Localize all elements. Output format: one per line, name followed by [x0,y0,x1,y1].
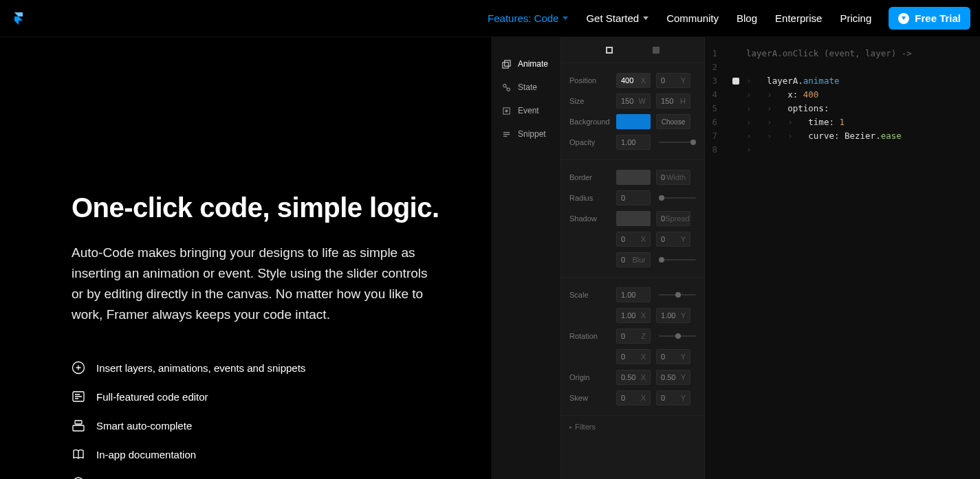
line-number: 3 [705,74,726,88]
plus-circle-icon [72,361,85,375]
animate-tab-icon[interactable] [652,46,660,54]
border-swatch[interactable] [616,170,651,185]
code-line: 3› layerA.animate [705,74,980,88]
feature-item: Error inspector [72,476,491,479]
filters-section-toggle[interactable]: Filters [561,416,704,438]
line-number: 4 [705,88,726,102]
layout-tab-icon[interactable] [605,46,613,54]
feature-label: In-app documentation [96,449,196,460]
size-w-input[interactable]: 150W [616,93,651,109]
sidebar-label: Animate [518,59,548,69]
code-editor[interactable]: 1layerA.onClick (event, layer) ->23› lay… [705,37,980,479]
nav-label: Features: Code [488,12,558,24]
framer-logo-icon [12,12,25,25]
position-y-input[interactable]: 0Y [656,73,690,88]
sidebar-item-animate[interactable]: Animate [492,52,560,76]
download-icon [898,13,909,24]
feature-item: Insert layers, animations, events and sn… [72,361,491,375]
feature-label: Smart auto-complete [96,420,192,432]
square-copy-icon [501,59,511,69]
sidebar-label: Event [518,106,539,115]
opacity-slider[interactable] [659,142,696,143]
gutter [726,88,746,102]
line-number: 6 [705,115,726,129]
sidebar-label: State [518,82,537,92]
scale-x-input[interactable]: 1.00X [616,308,651,323]
prop-label: Shadow [569,214,611,223]
hero-copy: One-click code, simple logic. Auto-Code … [0,37,491,479]
gutter [726,129,746,143]
link-icon [501,82,511,92]
opacity-input[interactable]: 1.00 [616,135,651,150]
svg-rect-2 [73,425,84,431]
shadow-spread-input[interactable]: 0Spread [656,211,690,226]
code-content: › › options: [746,102,980,115]
nav-label: Get Started [586,12,639,24]
svg-point-11 [505,110,508,112]
nav-label: Enterprise [775,12,822,24]
gutter [726,74,746,88]
prop-group-border: Border 0Width Radius 0 Shadow 0Spread 0X [561,160,704,278]
scale-input[interactable]: 1.00 [616,287,651,302]
rotation-x-input[interactable]: 0X [616,349,651,364]
rotation-slider[interactable] [659,335,696,337]
gutter-marker-icon [732,78,739,85]
origin-y-input[interactable]: 0.50Y [656,370,690,385]
shadow-blur-slider[interactable] [659,259,696,260]
prop-label: Scale [569,291,611,299]
border-width-input[interactable]: 0Width [656,170,690,185]
radius-slider[interactable] [659,197,696,199]
nav-pricing[interactable]: Pricing [831,12,880,24]
nav-community[interactable]: Community [657,12,728,24]
background-choose-button[interactable]: Choose [656,114,690,129]
skew-x-input[interactable]: 0X [616,390,651,405]
chevron-down-icon [643,16,649,20]
prop-label: Position [569,76,611,85]
prop-group-transform: Scale 1.00 1.00X 1.00Y Rotation 0Z 0X [561,278,704,416]
code-content: › [746,143,980,157]
target-icon [501,106,511,115]
nav-get-started[interactable]: Get Started [577,12,657,24]
nav-features-code[interactable]: Features: Code [479,12,577,24]
cta-label: Free Trial [915,12,961,24]
nav-blog[interactable]: Blog [728,12,766,24]
prop-group-layout: Position 400X 0Y Size 150W 150H Backgrou… [561,63,704,160]
nav-label: Blog [737,12,757,24]
insert-sidebar: Animate State Event Snippet [492,37,560,479]
prop-label: Skew [569,394,611,402]
nav-enterprise[interactable]: Enterprise [766,12,831,24]
sidebar-item-event[interactable]: Event [492,99,560,122]
origin-x-input[interactable]: 0.50X [616,370,651,385]
background-swatch[interactable] [616,114,651,129]
shadow-swatch[interactable] [616,211,651,226]
shadow-x-input[interactable]: 0X [616,232,651,247]
code-content: layerA.onClick (event, layer) -> [746,47,980,60]
skew-y-input[interactable]: 0Y [656,390,690,405]
shadow-blur-input[interactable]: 0Blur [616,252,651,267]
scale-y-input[interactable]: 1.00Y [656,308,690,323]
code-content [746,60,980,74]
scale-slider[interactable] [659,294,696,296]
editor-icon [72,390,85,403]
top-nav: Features: Code Get Started Community Blo… [0,0,980,37]
properties-tabs [561,37,704,63]
line-number: 1 [705,47,726,60]
prop-label: Border [569,173,611,181]
chevron-down-icon [563,16,568,20]
free-trial-button[interactable]: Free Trial [889,7,970,30]
hero-body: Auto-Code makes bringing your designs to… [72,243,429,325]
rotation-y-input[interactable]: 0Y [656,349,690,364]
line-number: 2 [705,60,726,74]
filters-label: Filters [575,423,596,431]
svg-rect-3 [75,421,82,424]
code-line: 4› › x: 400 [705,88,980,102]
sidebar-item-snippet[interactable]: Snippet [492,122,560,146]
sidebar-item-state[interactable]: State [492,76,560,99]
position-x-input[interactable]: 400X [616,73,651,88]
shadow-y-input[interactable]: 0Y [656,232,690,247]
radius-input[interactable]: 0 [616,190,651,205]
code-line: 7› › › curve: Bezier.ease [705,129,980,143]
rotation-z-input[interactable]: 0Z [616,328,651,344]
feature-item: Full-featured code editor [72,390,491,403]
size-h-input[interactable]: 150H [656,93,690,109]
